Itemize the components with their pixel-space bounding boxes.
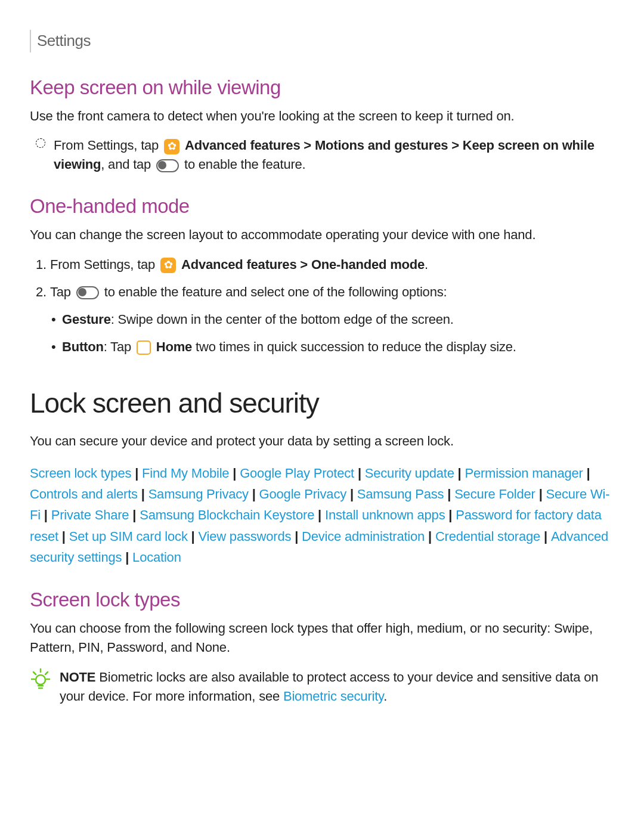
separator: | xyxy=(583,466,590,481)
note-text-end: . xyxy=(383,689,387,704)
separator: | xyxy=(445,507,456,522)
toggle-icon xyxy=(76,286,99,299)
toggle-icon xyxy=(156,159,179,172)
text: . xyxy=(425,257,428,272)
separator: | xyxy=(346,487,357,501)
gear-icon xyxy=(164,139,179,154)
label: Button xyxy=(62,339,104,354)
desc-screen-lock-types: You can choose from the following screen… xyxy=(30,619,611,657)
desc-one-handed: You can change the screen layout to acco… xyxy=(30,225,611,244)
link-view-passwords[interactable]: View passwords xyxy=(198,529,291,544)
heading-screen-lock-types: Screen lock types xyxy=(30,586,611,614)
text: two times in quick succession to reduce … xyxy=(196,339,516,354)
link-device-administration[interactable]: Device administration xyxy=(302,529,425,544)
separator: | xyxy=(444,487,454,501)
separator: | xyxy=(129,507,140,522)
link-install-unknown-apps[interactable]: Install unknown apps xyxy=(325,507,445,522)
link-private-share[interactable]: Private Share xyxy=(51,507,129,522)
label: Gesture xyxy=(62,312,111,327)
note-label: NOTE xyxy=(60,670,95,685)
link-set-up-sim-card-lock[interactable]: Set up SIM card lock xyxy=(69,529,188,544)
gear-icon xyxy=(160,258,176,273)
link-google-play-protect[interactable]: Google Play Protect xyxy=(240,466,354,481)
link-find-my-mobile[interactable]: Find My Mobile xyxy=(142,466,229,481)
links-block: Screen lock types | Find My Mobile | Goo… xyxy=(30,463,611,568)
text: to enable the feature and select one of … xyxy=(104,284,447,299)
desc-lock-security: You can secure your device and protect y… xyxy=(30,432,611,451)
separator: | xyxy=(249,487,259,501)
separator: | xyxy=(425,529,435,544)
home-icon xyxy=(137,340,151,355)
text: From Settings, tap xyxy=(54,138,162,153)
home-label: Home xyxy=(156,339,192,354)
step-one-handed-2: Tap to enable the feature and select one… xyxy=(50,283,611,302)
page-header: Settings xyxy=(30,30,611,52)
separator: | xyxy=(535,487,546,501)
text: : Swipe down in the center of the bottom… xyxy=(111,312,454,327)
separator: | xyxy=(229,466,240,481)
separator: | xyxy=(122,550,132,565)
step-one-handed-1: From Settings, tap Advanced features > O… xyxy=(50,255,611,274)
separator: | xyxy=(58,529,69,544)
separator: | xyxy=(291,529,302,544)
text-bold: Advanced features > One-handed mode xyxy=(181,257,425,272)
link-permission-manager[interactable]: Permission manager xyxy=(465,466,583,481)
link-biometric-security[interactable]: Biometric security xyxy=(283,689,383,704)
desc-keep-screen: Use the front camera to detect when you'… xyxy=(30,107,611,126)
svg-point-5 xyxy=(36,675,45,685)
separator: | xyxy=(354,466,365,481)
heading-keep-screen: Keep screen on while viewing xyxy=(30,73,611,102)
separator: | xyxy=(138,487,148,501)
note-block: NOTE Biometric locks are also available … xyxy=(30,668,611,706)
option-gesture: Gesture: Swipe down in the center of the… xyxy=(62,310,611,329)
link-samsung-blockchain-keystore[interactable]: Samsung Blockchain Keystore xyxy=(140,507,314,522)
header-title: Settings xyxy=(37,32,91,49)
svg-line-2 xyxy=(45,672,48,674)
text: , and tap xyxy=(101,157,154,172)
text: From Settings, tap xyxy=(50,257,159,272)
text: : Tap xyxy=(104,339,135,354)
separator: | xyxy=(131,466,142,481)
link-secure-folder[interactable]: Secure Folder xyxy=(454,487,535,501)
option-button: Button: Tap Home two times in quick succ… xyxy=(62,337,611,357)
separator: | xyxy=(314,507,325,522)
link-samsung-pass[interactable]: Samsung Pass xyxy=(357,487,444,501)
link-credential-storage[interactable]: Credential storage xyxy=(435,529,540,544)
link-screen-lock-types[interactable]: Screen lock types xyxy=(30,466,131,481)
link-controls-and-alerts[interactable]: Controls and alerts xyxy=(30,487,138,501)
separator: | xyxy=(454,466,465,481)
link-google-privacy[interactable]: Google Privacy xyxy=(259,487,346,501)
circle-marker-icon xyxy=(36,138,45,148)
heading-lock-security: Lock screen and security xyxy=(30,383,611,423)
link-location[interactable]: Location xyxy=(132,550,181,565)
svg-line-1 xyxy=(33,672,36,674)
separator: | xyxy=(188,529,199,544)
lightbulb-icon xyxy=(30,668,51,695)
text: to enable the feature. xyxy=(184,157,306,172)
text: Tap xyxy=(50,284,75,299)
separator: | xyxy=(41,507,51,522)
step-keep-screen: From Settings, tap Advanced features > M… xyxy=(54,136,611,174)
link-samsung-privacy[interactable]: Samsung Privacy xyxy=(148,487,249,501)
separator: | xyxy=(540,529,551,544)
heading-one-handed: One-handed mode xyxy=(30,192,611,221)
link-security-update[interactable]: Security update xyxy=(365,466,454,481)
